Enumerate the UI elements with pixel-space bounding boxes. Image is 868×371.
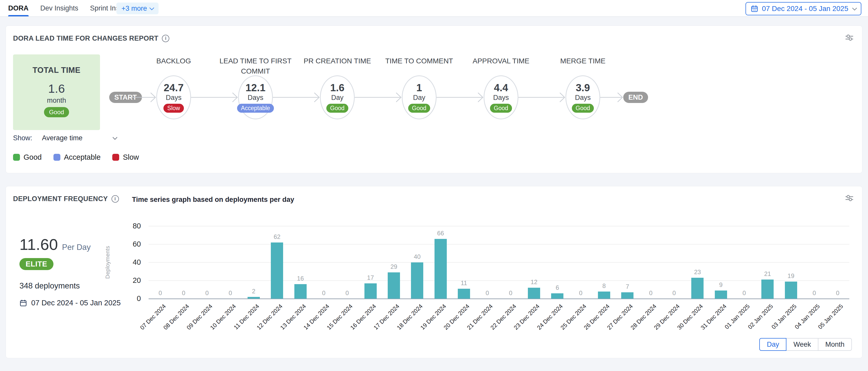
date-range-label: 07 Dec 2024 - 05 Jan 2025 [762, 5, 848, 13]
bar-value-label: 7 [616, 283, 639, 290]
x-axis-label: 12 Dec 2024 [239, 303, 284, 347]
tab-strip: DORADev InsightsSprint Insights [8, 0, 134, 16]
performance-tier-badge: ELITE [20, 258, 54, 270]
x-axis-label: 24 Dec 2024 [520, 303, 564, 347]
x-axis-label: 10 Dec 2024 [193, 303, 237, 347]
x-axis-label: 22 Dec 2024 [473, 303, 518, 347]
legend-item-slow: Slow [112, 153, 139, 162]
granularity-day[interactable]: Day [759, 338, 786, 351]
info-icon[interactable] [162, 35, 169, 42]
total-time-value: 1.6 [13, 81, 100, 96]
legend-item-good: Good [13, 153, 42, 162]
y-axis-label: Deployments [102, 226, 113, 299]
granularity-month[interactable]: Month [818, 338, 852, 351]
stage-value: 4.4 [494, 82, 508, 93]
bar-30-dec-2024 [691, 278, 704, 299]
x-axis-label: 17 Dec 2024 [356, 303, 401, 347]
stage-status-badge: Good [572, 104, 594, 113]
show-label: Show: [13, 134, 32, 142]
x-axis-label: 23 Dec 2024 [496, 303, 541, 347]
flow-arrow [518, 92, 565, 103]
gridline-60 [149, 244, 849, 244]
stage-value: 12.1 [246, 82, 266, 93]
stage-label-pr-creation-time: PR CREATION TIME [297, 56, 378, 66]
legend-label: Acceptable [64, 153, 101, 162]
stage-value: 1.6 [330, 82, 344, 93]
y-tick-40: 40 [120, 258, 141, 267]
stage-status-badge: Slow [163, 104, 184, 113]
stage-circle-time-to-comment: 1DayGood [402, 75, 437, 119]
bar-value-label: 0 [336, 290, 359, 297]
bar-26-dec-2024 [598, 292, 610, 299]
bar-value-label: 0 [569, 290, 592, 297]
stage-circle-merge-time: 3.9DaysGood [565, 75, 600, 119]
total-time-heading: TOTAL TIME [13, 66, 100, 75]
top-navigation-bar: DORADev InsightsSprint Insights +3 more … [0, 0, 868, 17]
stage-value: 3.9 [576, 82, 590, 93]
lead-time-title: DORA LEAD TIME FOR CHANGES REPORT [13, 34, 158, 42]
tab-label: DORA [8, 4, 29, 12]
more-tabs-button[interactable]: +3 more [116, 3, 159, 14]
x-axis-label: 11 Dec 2024 [216, 303, 260, 347]
bar-12-dec-2024 [271, 242, 283, 299]
info-icon[interactable] [112, 195, 119, 203]
x-axis-label: 19 Dec 2024 [403, 303, 447, 347]
total-time-status-badge: Good [44, 107, 69, 117]
sliders-icon [845, 194, 854, 202]
tab-dora[interactable]: DORA [8, 0, 29, 16]
bar-value-label: 29 [382, 263, 405, 270]
stage-unit: Days [493, 94, 509, 102]
deployments-bar-chart: Deployments 020406080007 Dec 2024008 Dec… [149, 226, 849, 299]
stage-status-badge: Good [326, 104, 348, 113]
x-axis-label: 08 Dec 2024 [146, 303, 190, 347]
stage-unit: Days [248, 94, 264, 102]
flow-end-pill: END [623, 92, 648, 103]
deployments-per-day-value: 11.60 [20, 235, 58, 254]
tab-dev-insights[interactable]: Dev Insights [40, 0, 79, 16]
bar-value-label: 21 [756, 270, 779, 277]
bar-value-label: 17 [359, 274, 382, 281]
widget-settings-button[interactable] [845, 33, 854, 43]
legend-item-acceptable: Acceptable [54, 153, 101, 162]
more-tabs-label: +3 more [122, 5, 147, 12]
legend-swatch-slow [112, 154, 119, 161]
deployment-date-range: 07 Dec 2024 - 05 Jan 2025 [20, 299, 121, 307]
bar-19-dec-2024 [435, 239, 447, 299]
bar-value-label: 0 [476, 290, 499, 297]
x-axis-label: 28 Dec 2024 [613, 303, 658, 347]
stage-label-backlog: BACKLOG [133, 56, 215, 66]
legend-swatch-good [13, 154, 20, 161]
stage-label-time-to-comment: TIME TO COMMENT [378, 56, 460, 66]
x-axis-label: 01 Jan 2025 [706, 303, 751, 347]
flow-arrow [437, 92, 484, 103]
granularity-week[interactable]: Week [786, 338, 818, 351]
chevron-down-icon [852, 6, 857, 10]
chevron-down-icon [149, 5, 154, 10]
sliders-icon [845, 33, 854, 42]
bar-value-label: 2 [242, 288, 265, 295]
x-axis-label: 31 Dec 2024 [683, 303, 728, 347]
legend-label: Good [24, 153, 42, 162]
bar-value-label: 16 [289, 275, 312, 282]
y-tick-60: 60 [120, 240, 141, 248]
bar-value-label: 0 [149, 290, 172, 297]
bar-value-label: 0 [172, 290, 195, 297]
status-legend: GoodAcceptableSlow [13, 153, 139, 162]
x-axis-label: 18 Dec 2024 [379, 303, 424, 347]
bar-value-label: 11 [453, 279, 475, 287]
stage-unit: Day [413, 94, 425, 102]
show-metric-dropdown[interactable]: Show: Average time [13, 134, 117, 142]
bar-24-dec-2024 [551, 293, 563, 299]
deployment-frequency-card: DEPLOYMENT FREQUENCY Time series graph b… [6, 186, 862, 358]
bar-23-dec-2024 [528, 288, 540, 299]
bar-11-dec-2024 [248, 297, 260, 299]
bar-02-jan-2025 [762, 279, 774, 299]
stage-circle-lead-time-to-first-commit: 12.1DaysAcceptable [238, 75, 273, 119]
x-axis-label: 30 Dec 2024 [660, 303, 705, 347]
x-axis-label: 07 Dec 2024 [123, 303, 167, 347]
widget-settings-button[interactable] [845, 194, 854, 203]
y-tick-0: 0 [120, 294, 141, 303]
calendar-icon [751, 5, 758, 12]
date-range-picker[interactable]: 07 Dec 2024 - 05 Jan 2025 [745, 2, 861, 15]
flow-arrow [273, 92, 320, 103]
